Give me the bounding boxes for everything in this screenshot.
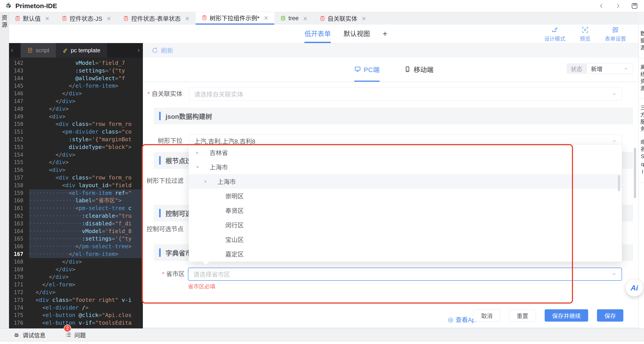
reset-button[interactable]: 重置 bbox=[509, 309, 536, 322]
cancel-button[interactable]: 取消 bbox=[474, 309, 500, 322]
preview-button[interactable]: 预览 bbox=[580, 26, 590, 42]
code-line[interactable]: 162················:clearable="tru bbox=[9, 212, 143, 220]
status-right-group[interactable]: 资源发生变更，点击查看 检查时间 12:5 bbox=[503, 343, 604, 344]
code-line[interactable]: 145 </el-form-item> bbox=[9, 82, 143, 90]
province-select-input[interactable]: 请选择省市区 bbox=[188, 268, 622, 281]
add-view-button[interactable]: + bbox=[383, 29, 387, 38]
tree-node-吉林省[interactable]: ▸吉林省 bbox=[189, 145, 622, 160]
code-line[interactable]: 166··············</pm-select-tree> bbox=[9, 243, 143, 250]
self-entity-select[interactable]: 请选择自关联实体 bbox=[189, 87, 622, 101]
state-select[interactable]: 新增 bbox=[586, 63, 633, 74]
save-button[interactable]: 保存 bbox=[597, 309, 623, 322]
code-line[interactable]: 150 <div class="row form_ro bbox=[9, 120, 143, 128]
doc-tab-tree-select-demo[interactable]: 树形下拉组件示例* × bbox=[196, 12, 274, 24]
tree-node-嘉定区[interactable]: 嘉定区 bbox=[189, 247, 622, 261]
tree-node-崇明区[interactable]: 崇明区 bbox=[189, 189, 622, 203]
code-line[interactable]: 174 <el-divider /> bbox=[9, 304, 143, 312]
code-line[interactable]: 142 vModel='field_7 bbox=[9, 59, 143, 67]
caret-down-icon[interactable]: ▾ bbox=[196, 164, 202, 170]
code-line[interactable]: 161··············<pm-select-tree c bbox=[9, 205, 143, 212]
caret-down-icon[interactable]: ▾ bbox=[204, 179, 210, 184]
doc-tab-tree[interactable]: tree × bbox=[274, 12, 314, 24]
code-line[interactable]: 171 </el-form> bbox=[9, 281, 143, 289]
code-line[interactable]: 165················:settings='{"ty bbox=[9, 235, 143, 243]
code-line[interactable]: 159············<el-form-item ref=" bbox=[9, 189, 143, 197]
app-title: Primeton-IDE bbox=[16, 2, 57, 10]
form-settings-button[interactable]: 表单设置 bbox=[605, 26, 626, 42]
tree-node-奉贤区[interactable]: 奉贤区 bbox=[189, 203, 622, 218]
line-number: 173 bbox=[9, 296, 29, 304]
code-area[interactable]: 142 vModel='field_7143 :settings='{"ty14… bbox=[9, 59, 143, 329]
save-icon[interactable] bbox=[631, 2, 638, 10]
code-line[interactable]: 160··············label="省市区"> bbox=[9, 197, 143, 205]
doc-tab-self-entity[interactable]: 自关联实体 × bbox=[314, 12, 372, 24]
code-line[interactable]: 155 </div> bbox=[9, 159, 143, 166]
code-line[interactable]: 149 <div> bbox=[9, 113, 143, 121]
doc-tab-control-state-form[interactable]: 控件状态-表单状态 × bbox=[117, 12, 196, 24]
code-line[interactable]: 143 :settings='{"ty bbox=[9, 67, 143, 75]
save-continue-button[interactable]: 保存并继续 bbox=[545, 309, 588, 322]
close-icon[interactable]: × bbox=[106, 15, 111, 22]
tree-node-上海市[interactable]: ▾上海市 bbox=[189, 160, 622, 174]
right-rail-item-thirdparty[interactable]: 三方服务 bbox=[639, 105, 644, 133]
close-icon[interactable]: × bbox=[362, 15, 366, 22]
code-line[interactable]: 175 <el-button @click="Api.clos bbox=[9, 312, 143, 319]
right-rail-item-offline[interactable]: 离线资源 bbox=[639, 64, 644, 92]
state-select-group: 状态 新增 bbox=[567, 63, 633, 74]
code-line[interactable]: 170 </div> bbox=[9, 273, 143, 281]
close-icon[interactable]: × bbox=[185, 15, 190, 22]
line-number: 171 bbox=[9, 281, 29, 289]
code-line[interactable]: 164················vModel='field_8 bbox=[9, 228, 143, 235]
code-line[interactable]: 154 </div> bbox=[9, 151, 143, 159]
tree-node-闵行区[interactable]: 闵行区 bbox=[189, 218, 622, 232]
close-icon[interactable]: × bbox=[264, 14, 268, 21]
code-line[interactable]: 169 </div> bbox=[9, 266, 143, 274]
code-line[interactable]: 156 <div> bbox=[9, 166, 143, 174]
ai-assistant-button[interactable]: Ai bbox=[626, 279, 643, 297]
doc-tab-control-state-js[interactable]: 控件状态-JS × bbox=[56, 12, 117, 24]
code-line[interactable]: 168 </div> bbox=[9, 258, 143, 266]
tree-node-宝山区[interactable]: 宝山区 bbox=[189, 232, 622, 247]
tab-lowcode-form[interactable]: 低开表单 bbox=[304, 24, 331, 43]
editor-tab-script[interactable]: script bbox=[21, 43, 56, 57]
code-line[interactable]: 153 divideType="block"> bbox=[9, 143, 143, 151]
code-line[interactable]: 173 <div class="footer right" v-i bbox=[9, 296, 143, 304]
view-api-link[interactable]: ◎ 查看Api bbox=[448, 315, 477, 324]
tab-default-view[interactable]: 默认视图 bbox=[344, 24, 370, 43]
nav-back-icon[interactable] bbox=[598, 3, 605, 9]
code-line[interactable]: 146 </div> bbox=[9, 90, 143, 97]
code-line[interactable]: 151 <pm-divider class="co bbox=[9, 128, 143, 136]
close-icon[interactable]: × bbox=[45, 15, 50, 22]
right-rail-item-datasource[interactable]: 数据源 bbox=[639, 31, 644, 52]
line-number: 176 bbox=[9, 319, 29, 327]
doc-tab-default-value[interactable]: 默认值 × bbox=[9, 12, 56, 24]
code-line[interactable]: 157 <div class="row form_ro bbox=[9, 174, 143, 182]
tree-node-上海市[interactable]: ▾上海市 bbox=[189, 174, 622, 189]
design-mode-button[interactable]: 设计模式 bbox=[544, 26, 565, 42]
editor-scroll-left-icon[interactable]: ‹ bbox=[11, 46, 13, 54]
code-line[interactable]: 148 </div> bbox=[9, 105, 143, 113]
code-line[interactable]: 158 <div layout_id="field bbox=[9, 182, 143, 189]
refresh-icon bbox=[152, 47, 158, 54]
right-rail-item-named-sql[interactable]: 命名Sql bbox=[639, 139, 644, 176]
editor-tab-pc-template[interactable]: pc template bbox=[56, 43, 107, 57]
code-line[interactable]: 172 </div> bbox=[9, 289, 143, 296]
code-line[interactable]: 176 <el-button v-if="toolsEdita bbox=[9, 319, 143, 327]
left-rail-item-resources[interactable]: 资源 bbox=[0, 15, 8, 29]
code-line[interactable]: 147 </div> bbox=[9, 97, 143, 105]
code-line[interactable]: 163················:disabled="f_di bbox=[9, 220, 143, 228]
nav-forward-icon[interactable] bbox=[614, 3, 621, 9]
tab-mobile[interactable]: 移动端 bbox=[404, 57, 434, 82]
caret-right-icon[interactable]: ▸ bbox=[196, 150, 202, 155]
code-line[interactable]: 167············</el-form-item> bbox=[9, 250, 143, 258]
status-left-text[interactable]: 查看资源「自关联实体」详情 bbox=[21, 343, 96, 344]
code-line[interactable]: 144 @allowSelect="f bbox=[9, 75, 143, 82]
dropdown-scrollbar[interactable] bbox=[618, 175, 620, 191]
canvas-scrollbar[interactable] bbox=[634, 148, 636, 198]
editor-scroll-right-icon[interactable]: › bbox=[138, 46, 140, 54]
debug-info-button[interactable]: 调试信息 bbox=[13, 331, 46, 339]
refresh-button[interactable]: 刷新 bbox=[161, 46, 173, 55]
code-line[interactable]: 152 :style='{"marginBot bbox=[9, 136, 143, 143]
close-icon[interactable]: × bbox=[303, 15, 308, 22]
tab-pc[interactable]: PC端 bbox=[354, 57, 380, 82]
